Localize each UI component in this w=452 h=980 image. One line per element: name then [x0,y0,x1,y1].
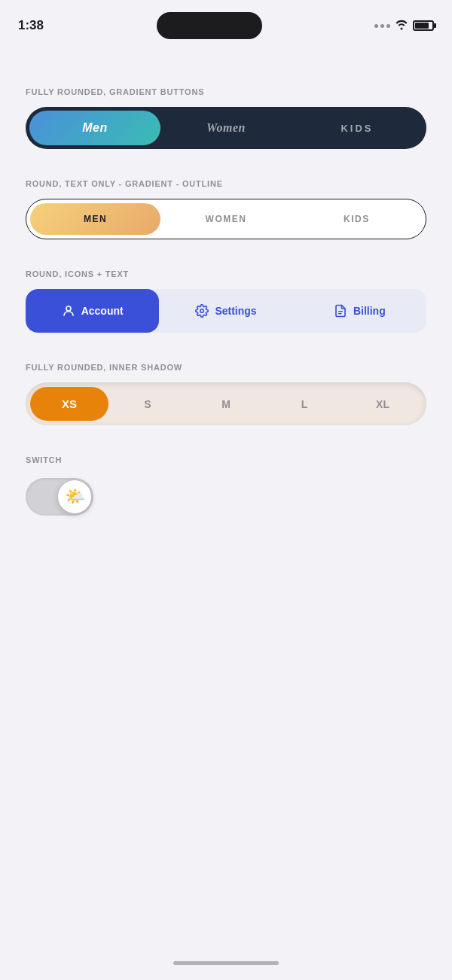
status-icons [374,20,434,32]
inner-shadow-group: XS S M L XL [26,382,426,425]
billing-button[interactable]: Billing [293,289,426,333]
outline-men-button[interactable]: MEN [30,203,160,235]
switch-label: SWITCH [26,455,426,464]
gradient-women-button[interactable]: Women [160,111,292,145]
wifi-icon [395,20,408,32]
svg-point-0 [66,306,71,311]
size-l-button[interactable]: L [265,388,344,421]
status-notch [157,12,262,39]
billing-label: Billing [353,305,386,317]
icon-text-group: Account Settings Billing [26,289,426,333]
size-m-button[interactable]: M [187,388,265,421]
receipt-icon [334,304,347,318]
size-xs-button[interactable]: XS [30,387,108,421]
switch-thumb: 🌤️ [58,480,91,513]
status-bar: 1:38 [0,0,452,42]
icon-text-section: ROUND, ICONS + TEXT Account Settings [26,269,426,333]
gear-icon [195,304,209,318]
outline-pill-label: ROUND, TEXT ONLY - GRADIENT - OUTLINE [26,179,426,188]
gradient-pill-label: FULLY ROUNDED, GRADIENT BUTTONS [26,87,426,96]
account-label: Account [81,305,124,317]
outline-pill-section: ROUND, TEXT ONLY - GRADIENT - OUTLINE ME… [26,179,426,239]
gradient-men-button[interactable]: Men [29,111,160,145]
size-s-button[interactable]: S [108,388,187,421]
inner-shadow-section: FULLY ROUNDED, INNER SHADOW XS S M L XL [26,363,426,425]
outline-pill-group: MEN WOMEN KIDS [26,199,426,239]
settings-button[interactable]: Settings [159,289,292,333]
person-icon [62,304,75,318]
inner-shadow-label: FULLY ROUNDED, INNER SHADOW [26,363,426,372]
toggle-switch[interactable]: 🌤️ [26,478,93,516]
settings-label: Settings [215,305,256,317]
svg-point-1 [200,309,204,313]
gradient-pill-section: FULLY ROUNDED, GRADIENT BUTTONS Men Wome… [26,87,426,149]
signal-icon [374,24,390,28]
status-time: 1:38 [18,18,44,33]
battery-icon [413,20,434,31]
account-button[interactable]: Account [26,289,159,333]
outline-women-button[interactable]: WOMEN [160,203,291,235]
outline-kids-button[interactable]: KIDS [292,203,422,235]
icon-text-label: ROUND, ICONS + TEXT [26,269,426,278]
gradient-pill-group: Men Women KIDS [26,107,426,149]
home-indicator [173,961,279,965]
gradient-kids-button[interactable]: KIDS [292,112,423,145]
switch-section: SWITCH 🌤️ [26,455,426,516]
size-xl-button[interactable]: XL [344,388,422,421]
main-content: FULLY ROUNDED, GRADIENT BUTTONS Men Wome… [0,42,452,576]
sun-icon: 🌤️ [65,487,85,507]
